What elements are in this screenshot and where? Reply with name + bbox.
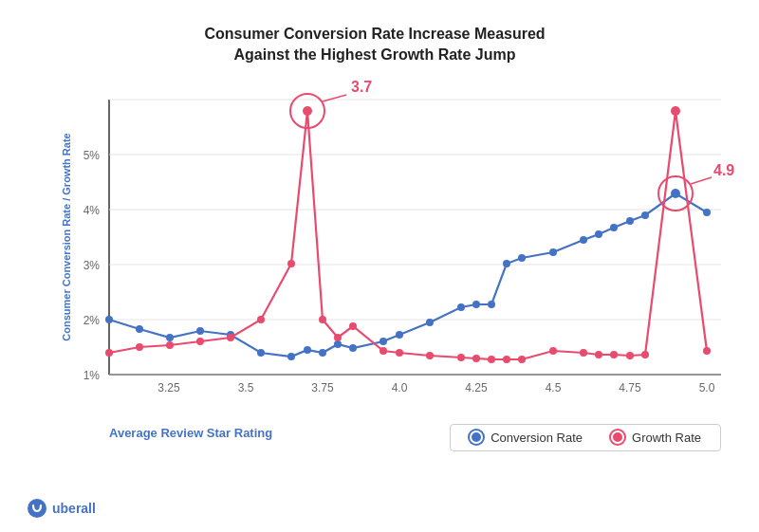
svg-text:3.7: 3.7 <box>351 81 372 95</box>
legend-dot-blue <box>470 431 483 444</box>
svg-point-61 <box>396 349 403 357</box>
svg-point-29 <box>304 346 311 354</box>
svg-text:2%: 2% <box>83 314 101 327</box>
svg-text:3.25: 3.25 <box>157 381 180 394</box>
svg-text:5.0: 5.0 <box>699 381 715 394</box>
svg-text:4.75: 4.75 <box>619 381 641 394</box>
legend-item-conversion: Conversion Rate <box>470 431 583 445</box>
svg-text:4.25: 4.25 <box>465 381 488 394</box>
svg-point-53 <box>227 334 234 341</box>
svg-point-65 <box>488 356 495 363</box>
svg-point-72 <box>626 352 634 359</box>
svg-point-54 <box>257 316 265 323</box>
svg-text:3.75: 3.75 <box>311 381 334 394</box>
svg-point-67 <box>518 356 526 363</box>
svg-point-66 <box>503 356 510 363</box>
svg-point-63 <box>457 354 465 361</box>
svg-point-30 <box>319 349 326 357</box>
svg-point-40 <box>518 254 526 262</box>
svg-point-28 <box>287 353 295 360</box>
svg-point-74 <box>671 106 680 116</box>
svg-point-33 <box>380 338 387 345</box>
svg-point-58 <box>334 334 342 341</box>
svg-point-59 <box>349 322 357 330</box>
svg-text:4.5: 4.5 <box>546 381 562 394</box>
svg-point-46 <box>641 211 649 219</box>
svg-point-24 <box>166 334 174 341</box>
svg-point-38 <box>488 301 495 308</box>
svg-point-60 <box>380 347 387 355</box>
svg-point-37 <box>472 301 480 308</box>
svg-text:4%: 4% <box>83 204 101 217</box>
svg-point-44 <box>610 224 618 231</box>
svg-point-25 <box>196 327 204 335</box>
svg-text:Consumer Conversion Rate / Gro: Consumer Conversion Rate / Growth Rate <box>61 133 72 340</box>
svg-point-27 <box>257 349 265 357</box>
legend-label-conversion: Conversion Rate <box>491 431 583 445</box>
uberall-text: uberall <box>52 501 96 516</box>
svg-point-68 <box>549 347 557 355</box>
svg-point-70 <box>595 351 602 358</box>
svg-point-47 <box>671 189 680 198</box>
svg-text:5%: 5% <box>83 149 101 162</box>
svg-point-32 <box>349 344 357 352</box>
svg-point-48 <box>703 209 711 216</box>
svg-point-45 <box>626 217 634 225</box>
svg-line-80 <box>691 177 712 184</box>
svg-point-52 <box>196 338 204 345</box>
svg-line-77 <box>323 95 346 101</box>
legend-label-growth: Growth Rate <box>632 431 701 445</box>
svg-text:3%: 3% <box>83 259 101 272</box>
svg-point-71 <box>610 351 618 358</box>
svg-point-82 <box>28 499 46 518</box>
chart-svg: 1% 2% 3% 4% 5% 3.25 3.5 3.75 4.0 4.25 4.… <box>57 81 740 422</box>
chart-title: Consumer Conversion Rate Increase Measur… <box>204 24 545 66</box>
legend-item-growth: Growth Rate <box>611 431 701 445</box>
svg-point-39 <box>503 260 510 267</box>
svg-point-50 <box>136 343 143 351</box>
svg-text:1%: 1% <box>83 369 101 382</box>
svg-point-49 <box>105 349 113 357</box>
svg-point-23 <box>136 325 143 333</box>
svg-point-62 <box>426 352 434 359</box>
legend: Conversion Rate Growth Rate <box>450 424 721 451</box>
svg-point-36 <box>457 303 465 311</box>
svg-point-56 <box>303 106 312 116</box>
svg-point-64 <box>472 355 480 362</box>
chart-container: Consumer Conversion Rate Increase Measur… <box>0 0 759 532</box>
svg-text:4.9: 4.9 <box>713 162 734 178</box>
svg-point-35 <box>426 319 434 326</box>
svg-text:3.5: 3.5 <box>238 381 254 394</box>
svg-point-55 <box>287 260 295 267</box>
svg-text:4.0: 4.0 <box>392 381 408 394</box>
svg-point-41 <box>549 248 557 256</box>
uberall-logo: uberall <box>27 498 96 519</box>
svg-point-42 <box>580 236 587 244</box>
svg-point-31 <box>334 340 342 348</box>
svg-point-51 <box>166 341 174 349</box>
x-axis-label: Average Review Star Rating <box>109 426 272 440</box>
svg-point-75 <box>703 347 711 355</box>
svg-point-73 <box>641 351 649 358</box>
uberall-icon <box>27 498 47 519</box>
svg-point-22 <box>105 316 113 323</box>
legend-dot-pink <box>611 431 624 444</box>
svg-point-57 <box>319 316 326 323</box>
svg-point-43 <box>595 230 602 238</box>
svg-point-34 <box>396 331 403 339</box>
svg-point-69 <box>580 349 587 357</box>
